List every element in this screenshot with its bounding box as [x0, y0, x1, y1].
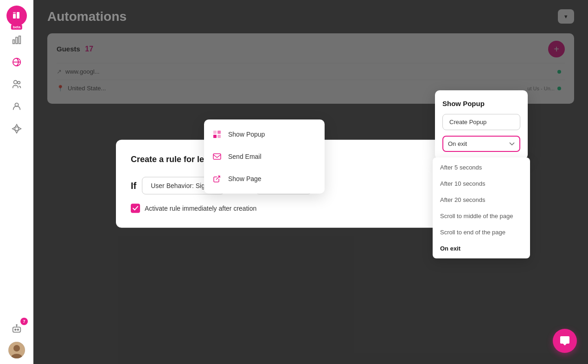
activate-checkbox[interactable] — [131, 204, 140, 213]
svg-rect-5 — [19, 36, 21, 44]
trigger-option-on-exit-item[interactable]: On exit — [433, 240, 530, 257]
dropdown-item-send-email[interactable]: Send Email — [204, 145, 325, 168]
checkbox-label: Activate rule immediately after creation — [145, 205, 256, 212]
sidebar: beta — [0, 0, 33, 364]
svg-point-15 — [13, 345, 20, 351]
trigger-select[interactable]: After 5 seconds After 10 seconds After 2… — [442, 136, 520, 152]
sidebar-item-integrations[interactable] — [7, 119, 26, 138]
dropdown-label-show-page: Show Page — [228, 175, 262, 182]
svg-point-8 — [18, 82, 20, 84]
trigger-option-after20-item[interactable]: After 20 seconds — [433, 192, 530, 208]
trigger-option-scroll-middle-item[interactable]: Scroll to middle of the page — [433, 208, 530, 224]
layers-icon — [211, 129, 223, 140]
mail-icon — [211, 151, 223, 162]
sidebar-item-contacts[interactable] — [7, 75, 26, 94]
trigger-options-dropdown: After 5 seconds After 10 seconds After 2… — [433, 157, 530, 258]
dropdown-item-show-popup[interactable]: Show Popup — [204, 123, 325, 145]
trigger-option-scroll-end-item[interactable]: Scroll to end of the page — [433, 224, 530, 240]
user-avatar[interactable] — [8, 342, 25, 358]
beta-label: beta — [11, 25, 22, 30]
trigger-option-after5-item[interactable]: After 5 seconds — [433, 159, 530, 176]
dropdown-label-send-email: Send Email — [228, 153, 262, 160]
svg-rect-10 — [13, 327, 21, 332]
if-label: If — [131, 180, 136, 191]
svg-rect-19 — [217, 131, 221, 134]
then-dropdown: Show Popup Send Email Show Page — [204, 119, 325, 194]
dropdown-item-show-page[interactable]: Show Page — [204, 168, 325, 190]
trigger-option-after10-item[interactable]: After 10 seconds — [433, 176, 530, 192]
chat-button[interactable] — [553, 329, 577, 353]
svg-point-13 — [16, 325, 17, 326]
main-content: Automations Guests 17 + ↗ www.googl... — [33, 0, 588, 364]
svg-rect-17 — [213, 131, 217, 134]
svg-rect-3 — [13, 40, 15, 44]
sidebar-item-automations[interactable] — [7, 53, 26, 71]
dropdown-label-show-popup: Show Popup — [228, 131, 265, 138]
svg-rect-18 — [213, 135, 217, 138]
create-popup-button[interactable]: Create Popup — [442, 114, 520, 130]
svg-rect-21 — [213, 154, 221, 159]
svg-rect-0 — [13, 14, 16, 19]
notification-badge: 7 — [20, 318, 28, 325]
bot-icon-wrapper[interactable]: 7 — [7, 320, 26, 338]
svg-rect-2 — [13, 12, 16, 13]
sidebar-item-analytics[interactable] — [7, 31, 26, 49]
panel-title: Show Popup — [442, 100, 520, 107]
link-icon — [211, 173, 223, 184]
svg-rect-1 — [17, 12, 19, 19]
show-popup-panel: Show Popup Create Popup After 5 seconds … — [435, 90, 528, 159]
app-logo[interactable]: beta — [6, 6, 27, 26]
sidebar-item-person[interactable] — [7, 97, 26, 116]
svg-rect-20 — [217, 135, 221, 138]
svg-point-7 — [14, 81, 17, 84]
svg-point-12 — [17, 329, 19, 330]
sidebar-bottom: 7 — [7, 320, 26, 358]
svg-rect-4 — [16, 38, 18, 44]
svg-point-11 — [15, 329, 16, 330]
